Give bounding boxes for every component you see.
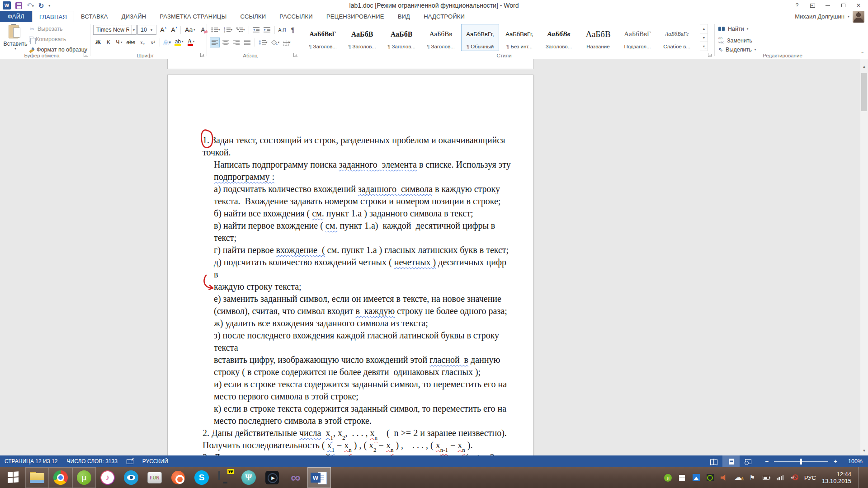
show-desktop-button[interactable] [858,467,862,488]
player-taskbar-button[interactable] [260,467,284,488]
document-line[interactable]: строку ( в строке содержится не более де… [203,366,513,378]
restore-button[interactable] [835,0,851,11]
clipboard-dialog-launcher[interactable] [84,53,88,57]
document-line[interactable]: Написать подпрограмму поиска заданного э… [203,159,513,171]
close-button[interactable]: ✕ [851,0,866,11]
read-mode-button[interactable] [705,455,722,467]
style-card-заголов[interactable]: АаБбВв¶ Заголов... [422,24,460,51]
explorer-taskbar-button[interactable] [25,467,49,488]
shading-button[interactable]: ▾ [270,38,281,47]
tab-file[interactable]: ФАЙЛ [0,11,32,22]
document-line[interactable]: вставить цифру, изображающую число вхожд… [203,354,513,366]
sort-button[interactable]: А↓Я [277,25,287,35]
italic-button[interactable]: К [104,38,113,47]
bold-button[interactable]: Ж [93,38,103,47]
tab-references[interactable]: ССЫЛКИ [233,11,273,22]
decrease-indent-button[interactable] [251,25,261,35]
document-line[interactable]: место первого символа в этой строке; [203,390,513,403]
clear-formatting-button[interactable]: А [198,25,208,35]
tab-addins[interactable]: НАДСТРОЙКИ [417,11,472,22]
style-card-заголово[interactable]: АаБбВвЗаголово... [540,24,578,51]
styles-scroll-up-button[interactable]: ▲ [700,24,708,33]
skype-taskbar-button[interactable] [190,467,213,488]
start-taskbar-button[interactable] [2,467,25,488]
highlight-color-button[interactable]: ab▾ [173,38,185,47]
style-card-заголов[interactable]: АаБбВвГ¶ Заголов... [304,24,342,51]
superscript-button[interactable]: x² [148,38,158,47]
print-layout-button[interactable] [722,455,740,467]
paste-button[interactable]: Вставить ▾ [4,24,27,52]
styles-more-button[interactable]: ▼̲ [700,42,708,51]
mute-tray-icon[interactable] [790,474,798,482]
collapse-ribbon-button[interactable]: ⌃ [861,51,864,56]
bullets-button[interactable]: ▾ [210,25,222,35]
align-left-button[interactable] [210,38,220,47]
web-layout-button[interactable] [740,455,757,467]
document-line[interactable]: 2. Даны действительные числа x1, x2, . .… [203,427,513,439]
battery-tray-icon[interactable] [762,474,770,482]
justify-button[interactable] [242,38,252,47]
styles-scroll-down-button[interactable]: ▼ [700,33,708,42]
scrollbar-thumb[interactable] [861,73,867,111]
tray-clock[interactable]: 12:44 13.10.2015 [822,471,851,484]
photos-tray-icon[interactable] [692,474,700,482]
style-card-слабоев[interactable]: АаБбВвГгСлабое в... [658,24,696,51]
document-line[interactable]: 3. Дана последовательность действительны… [203,451,513,455]
scroll-up-icon[interactable]: ▲ [860,63,868,70]
document-line[interactable]: г) найти первое вхождение ( см. пункт 1.… [203,244,513,256]
select-button[interactable]: ⇖ Выделить ▾ [718,47,756,53]
raidcall-taskbar-button[interactable] [237,467,260,488]
align-center-button[interactable] [221,38,231,47]
aida-taskbar-button[interactable]: 99 [213,467,237,488]
paragraph-dialog-launcher[interactable] [293,53,297,57]
align-right-button[interactable] [231,38,241,47]
document-line[interactable]: ж) удалить все вхождения заданного симво… [203,317,513,329]
tab-review[interactable]: РЕЦЕНЗИРОВАНИЕ [320,11,391,22]
document-line[interactable]: (символ), считая, что символ входит в ка… [203,305,513,317]
account-menu[interactable]: Михаил Долгушин ▾ [795,11,864,22]
document-line[interactable]: 1. Задан текст, состоящий из строк, разд… [203,134,513,146]
copy-button[interactable]: Копировать [29,36,66,42]
proofing-status[interactable] [122,455,138,467]
defender-tray-icon[interactable] [678,474,686,482]
minimize-button[interactable] [820,0,835,11]
document-line[interactable]: к) если в строке текста содержится задан… [203,403,513,415]
language-indicator[interactable]: РУССКИЙ [138,455,173,467]
utorrent-taskbar-button[interactable] [72,467,96,488]
multilevel-list-button[interactable]: ▾ [235,25,246,35]
itunes-taskbar-button[interactable] [96,467,119,488]
document-line[interactable]: д) подсчитать количество вхождений четны… [203,256,513,281]
underline-button[interactable]: Ч▾ [114,38,124,47]
style-card-заголов[interactable]: АаБбВ¶ Заголов... [343,24,381,51]
document-line[interactable]: место последнего символа в этой строке. [203,415,513,427]
nvidia-tray-icon[interactable] [706,474,714,482]
font-name-select[interactable]: Times New R ▾ [93,25,137,35]
replace-button[interactable]: ab⤷ac Заменить [718,36,752,45]
document-line[interactable]: б) найти все вхождения ( см. пункт 1.а )… [203,207,513,220]
word-count[interactable]: ЧИСЛО СЛОВ: 3133 [62,455,122,467]
flag-tray-icon[interactable] [748,474,756,482]
tab-insert[interactable]: ВСТАВКА [74,11,115,22]
text-effects-button[interactable]: А▾ [162,38,173,47]
zoom-out-button[interactable]: − [764,458,769,465]
line-spacing-button[interactable]: ▾ [257,38,269,47]
zoom-percentage[interactable]: 100% [844,458,863,465]
itools-taskbar-button[interactable] [119,467,143,488]
style-card-заголов[interactable]: АаБбВ¶ Заголов... [382,24,420,51]
scroll-down-icon[interactable]: ▼ [860,447,868,455]
increase-indent-button[interactable] [262,25,272,35]
document-line[interactable]: е) заменить заданный символ, если он име… [203,293,513,305]
document-page[interactable]: 1. Задан текст, состоящий из строк, разд… [167,75,533,455]
change-case-button[interactable]: Аа▾ [183,25,197,35]
subscript-button[interactable]: x₂ [137,38,147,47]
font-dialog-launcher[interactable] [200,53,204,57]
funpay-taskbar-button[interactable]: FUN [143,467,166,488]
style-card-обычный[interactable]: АаБбВвГг,¶ Обычный [461,24,499,51]
document-text[interactable]: 1. Задан текст, состоящий из строк, разд… [168,75,533,455]
tab-page-layout[interactable]: РАЗМЕТКА СТРАНИЦЫ [153,11,233,22]
font-size-select[interactable]: 10 ▾ [137,25,156,35]
cut-button[interactable]: ✂ Вырезать [29,26,63,32]
strikethrough-button[interactable]: abc [125,38,137,47]
avatar[interactable] [853,11,864,23]
tab-design[interactable]: ДИЗАЙН [115,11,153,22]
